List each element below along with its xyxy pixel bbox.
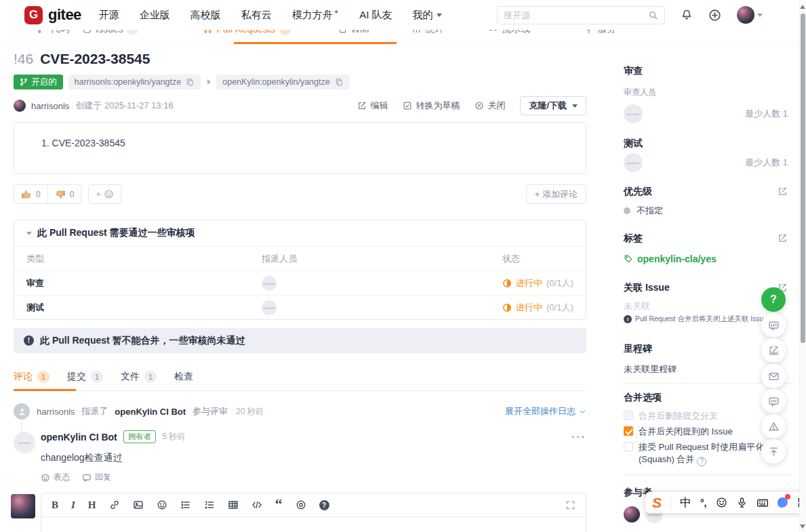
edit-button[interactable]: 编辑 <box>357 100 388 112</box>
feedback-fab[interactable] <box>761 313 786 337</box>
add-reaction-button[interactable]: + <box>88 184 121 204</box>
repo-tab-services[interactable]: 服务 <box>584 30 616 35</box>
target-branch-pill[interactable]: openKylin:openkylin/yangtze <box>216 75 349 89</box>
label-link[interactable]: openkylin-cla/yes <box>624 253 793 264</box>
commenter-avatar[interactable]: openKylin <box>14 432 35 453</box>
expand-logs-link[interactable]: 展开全部操作日志 <box>505 405 586 417</box>
assignee-avatar[interactable]: openKylin <box>262 276 277 291</box>
edit-icon[interactable] <box>778 233 788 243</box>
fullscreen-icon[interactable] <box>565 500 576 510</box>
repo-tab-code[interactable]: 代码 <box>37 30 69 35</box>
nav-item-enterprise[interactable]: 企业版 <box>140 9 170 22</box>
skin-icon[interactable] <box>778 497 788 508</box>
heading-button[interactable]: H <box>88 499 96 511</box>
nav-item-modelark[interactable]: 模力方舟✦ <box>292 9 339 22</box>
global-search[interactable] <box>497 6 665 24</box>
convert-to-draft-button[interactable]: 转换为草稿 <box>403 100 460 112</box>
help-fab[interactable]: ? <box>761 287 786 312</box>
checkbox-close-issues[interactable] <box>624 426 633 436</box>
microphone-icon[interactable] <box>736 497 748 508</box>
chat-fab[interactable] <box>761 389 786 413</box>
commenter-name[interactable]: openKylin CI Bot <box>41 432 117 443</box>
review-type: 测试 <box>26 302 262 314</box>
question-icon: ? <box>770 293 777 306</box>
search-icon <box>648 10 658 20</box>
back-to-top-fab[interactable] <box>761 439 786 464</box>
envelope-icon <box>768 371 780 382</box>
author-avatar[interactable] <box>14 100 26 112</box>
copy-icon[interactable] <box>186 78 195 87</box>
ime-punctuation-toggle[interactable]: °, <box>700 497 707 508</box>
thumbs-down-button[interactable]: 0 <box>47 185 81 203</box>
sogou-logo[interactable]: S <box>652 495 662 511</box>
event-actor[interactable]: harrisonls <box>37 407 75 417</box>
thumbs-up-icon <box>21 189 32 200</box>
nav-item-education[interactable]: 高校版 <box>190 9 221 22</box>
scroll-down-arrow[interactable] <box>800 525 805 529</box>
bold-button[interactable]: B <box>52 499 58 511</box>
contact-fab[interactable] <box>761 364 786 388</box>
reply-button[interactable]: 回复 <box>82 472 111 483</box>
review-checklist-title: 此 Pull Request 需要通过一些审核项 <box>37 227 195 239</box>
author-name[interactable]: harrisonls <box>31 101 69 111</box>
help-icon[interactable]: ? <box>319 500 329 510</box>
emoji-icon[interactable] <box>716 497 727 508</box>
review-checklist-header[interactable]: 此 Pull Request 需要通过一些审核项 <box>14 220 586 246</box>
nav-item-mine[interactable]: 我的 <box>413 9 442 22</box>
tab-checks[interactable]: 检查 <box>174 369 193 383</box>
checkbox-delete-branch[interactable] <box>624 411 633 420</box>
repo-tab-pull-requests[interactable]: Pull Requests <box>203 30 290 35</box>
nav-item-private-cloud[interactable]: 私有云 <box>241 9 272 22</box>
section-title: 优先级 <box>624 186 793 198</box>
participant-avatar[interactable] <box>624 506 640 523</box>
more-actions-button[interactable]: ··· <box>571 431 586 443</box>
close-pr-button[interactable]: 关闭 <box>475 100 505 112</box>
search-input[interactable] <box>504 10 648 20</box>
checkbox-squash-merge[interactable] <box>624 442 633 451</box>
smiley-icon[interactable] <box>157 499 167 510</box>
repo-tab-wiki[interactable]: Wiki <box>338 30 369 35</box>
bullet-list-icon[interactable] <box>180 499 191 510</box>
repo-tab-issues[interactable]: Issues <box>83 30 138 35</box>
add-comment-button[interactable]: + 添加评论 <box>526 184 586 204</box>
repo-tab-pipeline[interactable]: 流水线 <box>489 30 530 35</box>
nav-item-ai-teammate[interactable]: AI 队友 <box>359 9 392 22</box>
thumbs-up-button[interactable]: 0 <box>14 185 47 203</box>
image-icon[interactable] <box>133 499 144 510</box>
user-avatar[interactable] <box>737 6 754 24</box>
reviewer-avatar[interactable]: openKylin <box>624 104 643 123</box>
suggestion-fab[interactable] <box>761 338 786 363</box>
review-status: 进行中 (0/1人) <box>502 302 573 314</box>
repo-tab-stats[interactable]: 统计 <box>412 30 444 35</box>
report-fab[interactable] <box>761 414 786 438</box>
nav-item-opensource[interactable]: 开源 <box>99 9 119 22</box>
numbered-list-icon[interactable] <box>204 499 215 510</box>
code-icon[interactable] <box>251 499 262 510</box>
scrollbar[interactable] <box>799 0 806 532</box>
source-branch-pill[interactable]: harrisonls:openkylin/yangtze <box>68 75 201 89</box>
copy-icon[interactable] <box>335 78 344 87</box>
plus-circle-icon[interactable] <box>708 9 721 22</box>
event-target[interactable]: openKylin CI Bot <box>115 407 186 417</box>
bell-icon[interactable] <box>681 9 693 21</box>
ime-language-toggle[interactable]: 中 <box>680 495 691 510</box>
scroll-up-arrow[interactable] <box>800 5 805 9</box>
gitee-logo[interactable]: G gitee <box>24 6 81 24</box>
italic-button[interactable]: I <box>71 499 75 511</box>
help-icon[interactable]: ? <box>697 457 706 466</box>
keyboard-icon[interactable] <box>757 497 769 509</box>
scrollbar-thumb[interactable] <box>801 14 805 343</box>
clone-download-button[interactable]: 克隆/下载 <box>520 96 586 115</box>
table-icon[interactable] <box>228 499 239 510</box>
tab-files[interactable]: 文件1 <box>121 369 157 383</box>
tab-commits[interactable]: 提交1 <box>67 369 103 383</box>
assignee-avatar[interactable]: openKylin <box>262 300 277 315</box>
link-icon[interactable] <box>109 499 120 510</box>
tester-avatar[interactable]: openKylin <box>624 153 643 172</box>
react-button[interactable]: 表态 <box>41 472 70 483</box>
quote-icon[interactable]: “ <box>275 501 283 509</box>
comment-textarea[interactable] <box>41 517 586 532</box>
edit-icon[interactable] <box>778 186 788 197</box>
tab-comments[interactable]: 评论1 <box>14 369 49 383</box>
preview-icon[interactable] <box>296 499 306 510</box>
